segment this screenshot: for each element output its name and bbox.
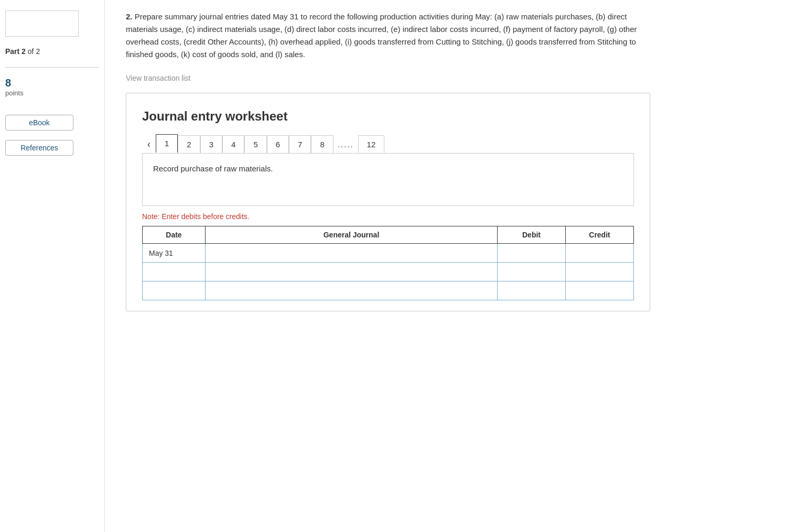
worksheet-title: Journal entry worksheet [142, 109, 634, 124]
credit-cell-2[interactable] [566, 263, 634, 281]
points-value: 8 [5, 77, 99, 89]
tab-12[interactable]: 12 [358, 135, 385, 153]
tab-dots: ..... [333, 136, 358, 153]
credit-cell-3[interactable] [566, 281, 634, 300]
sidebar-top-box [5, 10, 79, 37]
table-row [143, 263, 634, 281]
debit-input-2[interactable] [504, 268, 559, 276]
tab-6[interactable]: 6 [267, 135, 289, 153]
debit-cell-3[interactable] [498, 281, 566, 300]
journal-table: Date General Journal Debit Credit May 31 [142, 226, 634, 300]
journal-cell-3[interactable] [206, 281, 498, 300]
question-number: 2. [126, 12, 133, 21]
tab-5[interactable]: 5 [244, 135, 266, 153]
credit-input-2[interactable] [572, 268, 627, 276]
table-row [143, 281, 634, 300]
main-content: 2. Prepare summary journal entries dated… [105, 0, 786, 532]
references-button[interactable]: References [5, 140, 73, 156]
col-header-credit: Credit [566, 226, 634, 244]
credit-cell-1[interactable] [566, 244, 634, 263]
journal-input-1[interactable] [212, 249, 491, 257]
col-header-date: Date [143, 226, 206, 244]
points-label: points [5, 89, 99, 97]
tab-4[interactable]: 4 [222, 135, 244, 153]
part-label: Part 2 of 2 [5, 47, 99, 56]
col-header-debit: Debit [498, 226, 566, 244]
credit-input-3[interactable] [572, 287, 627, 295]
view-transaction-button[interactable]: View transaction list [126, 74, 190, 82]
tab-1[interactable]: 1 [156, 134, 178, 153]
debit-input-1[interactable] [504, 249, 559, 257]
col-header-journal: General Journal [206, 226, 498, 244]
date-cell-2 [143, 263, 206, 281]
ebook-button[interactable]: eBook [5, 115, 73, 131]
worksheet-container: Journal entry worksheet ‹ 1 2 3 4 5 6 7 … [126, 93, 650, 311]
tab-navigation: ‹ 1 2 3 4 5 6 7 8 ..... 12 [142, 134, 634, 154]
description-box: Record purchase of raw materials. [142, 154, 634, 206]
date-cell-3 [143, 281, 206, 300]
tab-8[interactable]: 8 [311, 135, 333, 153]
debit-input-3[interactable] [504, 287, 559, 295]
date-cell-1: May 31 [143, 244, 206, 263]
tab-prev-button[interactable]: ‹ [142, 136, 156, 153]
tab-3[interactable]: 3 [200, 135, 222, 153]
journal-input-2[interactable] [212, 268, 491, 276]
journal-input-3[interactable] [212, 287, 491, 295]
debit-cell-2[interactable] [498, 263, 566, 281]
tab-2[interactable]: 2 [178, 135, 200, 153]
sidebar: Part 2 of 2 8 points eBook References [0, 0, 105, 532]
journal-cell-1[interactable] [206, 244, 498, 263]
tab-7[interactable]: 7 [289, 135, 311, 153]
credit-input-1[interactable] [572, 249, 627, 257]
question-text: 2. Prepare summary journal entries dated… [126, 10, 640, 61]
journal-cell-2[interactable] [206, 263, 498, 281]
note-text: Note: Enter debits before credits. [142, 212, 634, 221]
debit-cell-1[interactable] [498, 244, 566, 263]
table-row: May 31 [143, 244, 634, 263]
sidebar-divider [5, 67, 99, 68]
